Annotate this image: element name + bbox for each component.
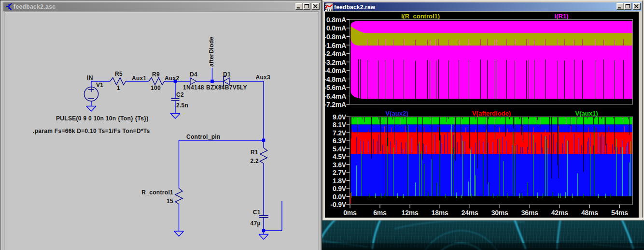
svg-text:42ms: 42ms (551, 209, 568, 217)
svg-text:C1: C1 (253, 209, 261, 216)
svg-text:24ms: 24ms (462, 209, 478, 217)
svg-text:5.4V: 5.4V (333, 145, 347, 153)
svg-text:-7.2mA: -7.2mA (324, 101, 347, 108)
svg-text:0ms: 0ms (343, 209, 357, 217)
svg-text:-4.8mA: -4.8mA (324, 75, 347, 83)
svg-text:2.7V: 2.7V (333, 169, 347, 176)
svg-text:48ms: 48ms (581, 209, 598, 217)
svg-text:-4.0mA: -4.0mA (324, 67, 347, 74)
svg-text:-1.6mA: -1.6mA (324, 42, 347, 49)
svg-text:V(afterdiode): V(afterdiode) (472, 110, 511, 117)
svg-text:30ms: 30ms (491, 209, 508, 217)
svg-text:8.1V: 8.1V (333, 121, 347, 129)
svg-text:12ms: 12ms (402, 209, 419, 217)
svg-text:D4: D4 (190, 71, 197, 78)
svg-text:0.9V: 0.9V (333, 185, 347, 192)
svg-text:2.2: 2.2 (250, 158, 259, 164)
svg-text:54ms: 54ms (611, 209, 628, 217)
svg-text:36ms: 36ms (521, 209, 538, 217)
svg-text:1.8V: 1.8V (333, 177, 347, 185)
svg-text:-6.4mA: -6.4mA (324, 92, 347, 100)
svg-text:Aux3: Aux3 (256, 74, 271, 81)
svg-text:0.8mA: 0.8mA (326, 16, 346, 24)
svg-text:V(aux1): V(aux1) (575, 110, 598, 117)
svg-text:18ms: 18ms (432, 209, 448, 217)
svg-text:V1: V1 (96, 82, 103, 88)
svg-text:1: 1 (117, 85, 120, 91)
svg-text:9.0V: 9.0V (333, 113, 347, 121)
svg-text:7.2V: 7.2V (333, 129, 347, 137)
svg-text:-0.9V: -0.9V (331, 201, 347, 208)
svg-text:I(R1): I(R1) (555, 13, 569, 20)
svg-text:47µ: 47µ (251, 220, 261, 227)
svg-text:1N4148: 1N4148 (183, 84, 204, 91)
svg-text:0.0V: 0.0V (333, 193, 347, 201)
svg-text:D1: D1 (223, 71, 231, 78)
svg-text:C2: C2 (176, 91, 184, 98)
svg-text:-0.8mA: -0.8mA (324, 33, 347, 41)
svg-text:-3.2mA: -3.2mA (324, 59, 347, 66)
svg-text:IN: IN (87, 74, 93, 81)
svg-text:afterDiode: afterDiode (208, 37, 215, 67)
svg-text:100: 100 (151, 85, 161, 91)
svg-text:V(aux2): V(aux2) (386, 110, 408, 117)
svg-text:6ms: 6ms (373, 209, 387, 217)
svg-text:Aux2: Aux2 (165, 75, 180, 82)
svg-text:PULSE(0 9 0 10n 10n {Ton} {Ts}: PULSE(0 9 0 10n 10n {Ton} {Ts}) (56, 115, 149, 122)
svg-text:Aux1: Aux1 (132, 75, 147, 82)
svg-text:4.5V: 4.5V (333, 153, 347, 161)
svg-text:2.5n: 2.5n (176, 102, 188, 109)
svg-text:0.0mA: 0.0mA (326, 24, 346, 32)
svg-text:R9: R9 (152, 71, 160, 78)
svg-text:15: 15 (167, 198, 173, 205)
svg-text:3.6V: 3.6V (333, 161, 347, 169)
svg-text:R5: R5 (115, 71, 123, 77)
svg-text:BZX84B7V5LY: BZX84B7V5LY (206, 84, 247, 91)
svg-text:I(R_control1): I(R_control1) (401, 13, 440, 20)
svg-text:-5.6mA: -5.6mA (324, 84, 347, 91)
svg-text:R1: R1 (251, 149, 258, 156)
svg-text:R_control1: R_control1 (141, 189, 173, 196)
svg-text:6.3V: 6.3V (333, 137, 347, 145)
svg-text:Control_pin: Control_pin (186, 133, 221, 140)
svg-text:-2.4mA: -2.4mA (324, 50, 347, 58)
svg-text:.param Fs=66k D=0.10 Ts=1/Fs T: .param Fs=66k D=0.10 Ts=1/Fs Ton=D*Ts (33, 128, 150, 134)
